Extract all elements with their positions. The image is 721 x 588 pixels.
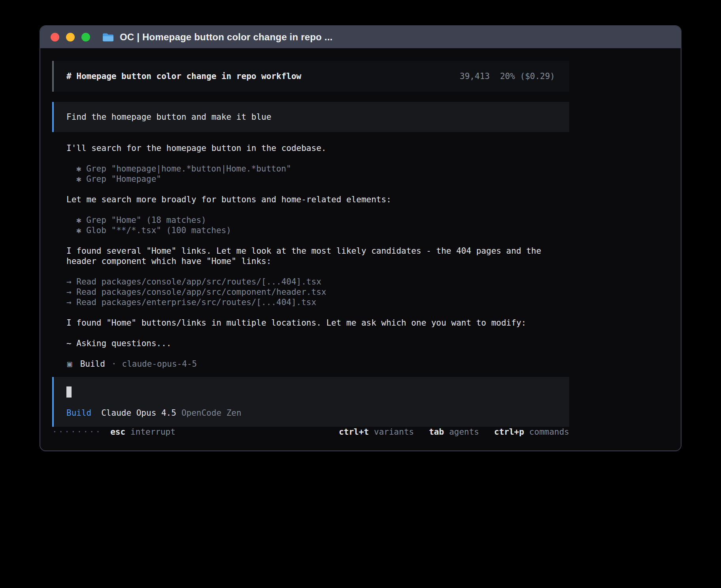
user-message-text: Find the homepage button and make it blu… xyxy=(66,112,271,122)
tool-call-glob: ✱ Glob "**/*.tsx" (100 matches) xyxy=(66,225,569,236)
agent-line: ▣ Build · claude-opus-4-5 xyxy=(67,359,569,369)
tool-call-grep: ✱ Grep "Home" (18 matches) xyxy=(66,215,569,225)
terminal-window: OC | Homepage button color change in rep… xyxy=(40,25,681,451)
shortcut-label: interrupt xyxy=(130,427,176,437)
mode-label[interactable]: Build xyxy=(66,408,91,418)
shortcut-agents: tab agents xyxy=(429,427,479,437)
tool-call-group-1: ✱ Grep "homepage|home.*button|Home.*butt… xyxy=(66,164,569,184)
tool-call-group-2: ✱ Grep "Home" (18 matches) ✱ Glob "**/*.… xyxy=(66,215,569,236)
provider-label: OpenCode Zen xyxy=(181,408,242,418)
token-count: 39,413 xyxy=(460,71,490,81)
status-left: ········ esc interrupt xyxy=(52,427,176,437)
user-message: Find the homepage button and make it blu… xyxy=(52,102,569,132)
shortcut-label: variants xyxy=(374,427,414,437)
shortcut-commands: ctrl+p commands xyxy=(494,427,569,437)
assistant-message-3: I found several "Home" links. Let me loo… xyxy=(66,246,569,266)
shortcut-key: ctrl+p xyxy=(494,427,524,437)
shortcut-label: agents xyxy=(449,427,479,437)
activity-status: ~ Asking questions... xyxy=(66,338,569,349)
agent-name: Build xyxy=(80,359,105,369)
agent-separator: · xyxy=(111,359,117,369)
shortcut-key: tab xyxy=(429,427,444,437)
model-label[interactable]: Claude Opus 4.5 xyxy=(101,408,176,418)
prompt-input[interactable]: Build Claude Opus 4.5 OpenCode Zen xyxy=(52,377,569,427)
agent-icon: ▣ xyxy=(67,359,72,369)
progress-spinner-icon: ········ xyxy=(52,427,102,437)
input-footer: Build Claude Opus 4.5 OpenCode Zen xyxy=(66,408,557,418)
tool-call-read: → Read packages/console/app/src/componen… xyxy=(66,287,569,297)
maximize-button[interactable] xyxy=(81,33,90,41)
window-title: OC | Homepage button color change in rep… xyxy=(120,32,332,43)
terminal-content: # Homepage button color change in repo w… xyxy=(40,48,681,450)
titlebar[interactable]: OC | Homepage button color change in rep… xyxy=(40,26,681,48)
text-cursor xyxy=(66,386,72,398)
shortcut-variants: ctrl+t variants xyxy=(339,427,414,437)
tool-call-read: → Read packages/enterprise/src/routes/[.… xyxy=(66,297,569,307)
traffic-lights xyxy=(51,33,90,41)
close-button[interactable] xyxy=(51,33,59,41)
tool-call-grep: ✱ Grep "homepage|home.*button|Home.*butt… xyxy=(66,164,569,174)
session-title: # Homepage button color change in repo w… xyxy=(66,71,301,81)
shortcut-interrupt: esc interrupt xyxy=(110,427,176,437)
minimize-button[interactable] xyxy=(66,33,75,41)
assistant-message-4: I found "Home" buttons/links in multiple… xyxy=(66,318,569,328)
tool-call-group-3: → Read packages/console/app/src/routes/[… xyxy=(66,277,569,307)
shortcut-key: esc xyxy=(110,427,125,437)
folder-icon xyxy=(102,32,114,42)
assistant-message-1: I'll search for the homepage button in t… xyxy=(66,143,569,153)
tool-call-grep: ✱ Grep "Homepage" xyxy=(66,174,569,184)
shortcut-label: commands xyxy=(529,427,569,437)
agent-model-label: claude-opus-4-5 xyxy=(122,359,197,369)
tool-call-read: → Read packages/console/app/src/routes/[… xyxy=(66,277,569,287)
assistant-message-2: Let me search more broadly for buttons a… xyxy=(66,194,569,205)
context-cost: 20% ($0.29) xyxy=(500,71,555,81)
shortcut-key: ctrl+t xyxy=(339,427,369,437)
status-bar: ········ esc interrupt ctrl+t variants t… xyxy=(52,427,569,437)
session-stats: 39,413 20% ($0.29) xyxy=(460,71,555,81)
status-right: ctrl+t variants tab agents ctrl+p comman… xyxy=(339,427,569,437)
session-header: # Homepage button color change in repo w… xyxy=(52,61,569,92)
